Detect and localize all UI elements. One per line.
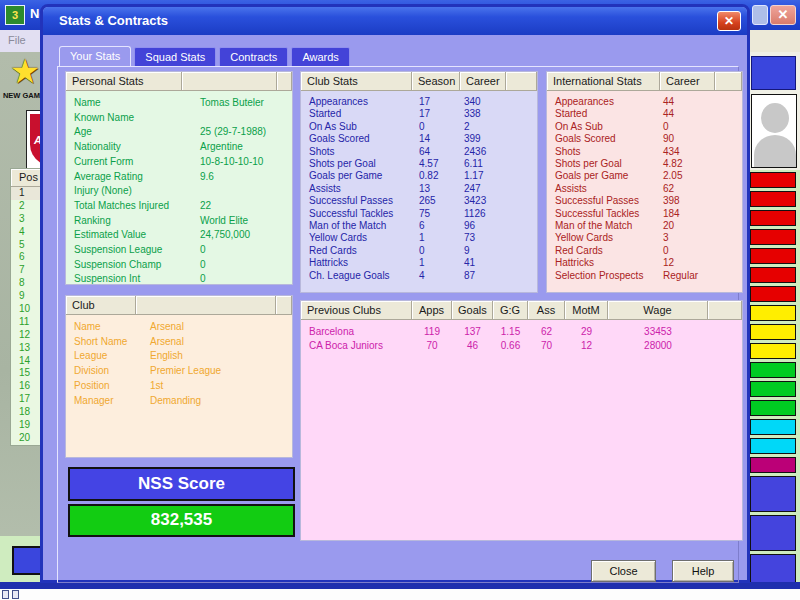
column-header[interactable]: Apps (412, 301, 452, 319)
rating-bar-green (750, 400, 796, 416)
stat-career-value: 1126 (464, 208, 537, 220)
taskbar (0, 589, 800, 600)
club-stat-row: Shots642436 (309, 146, 537, 158)
personal-stats-body: NameTomas ButelerKnown NameAge25 (29-7-1… (66, 91, 292, 284)
stat-label: Selection Prospects (555, 270, 663, 282)
tab-squad-stats[interactable]: Squad Stats (134, 47, 216, 67)
stat-label: Suspension League (74, 243, 200, 258)
stat-value: English (150, 349, 292, 364)
personal-stats-panel: Personal Stats NameTomas ButelerKnown Na… (65, 71, 293, 285)
stat-career-value: 73 (464, 232, 537, 244)
column-header[interactable]: Club Stats (301, 72, 412, 90)
stat-label: Goals Scored (309, 133, 419, 145)
club-ass: 70 (528, 339, 565, 353)
stat-label: Man of the Match (555, 220, 663, 232)
stat-season-value: 0 (419, 121, 464, 133)
help-button[interactable]: Help (672, 560, 734, 582)
stat-career-value: 2 (464, 121, 537, 133)
stat-row: Known Name (74, 111, 292, 126)
stat-season-value: 17 (419, 108, 464, 120)
stat-row: NameArsenal (74, 320, 292, 335)
stat-label: Name (74, 96, 200, 111)
stat-career-value: 3 (663, 232, 742, 244)
stat-label: Appearances (555, 96, 663, 108)
panel-header-filler (277, 72, 292, 90)
column-header[interactable]: Career (460, 72, 506, 90)
column-header[interactable]: International Stats (547, 72, 660, 90)
stat-career-value: 2436 (464, 146, 537, 158)
taskbar-icon[interactable] (12, 590, 19, 599)
stat-career-value: 9 (464, 245, 537, 257)
stat-row: NameTomas Buteler (74, 96, 292, 111)
club-motm: 29 (565, 325, 608, 339)
tab-contracts[interactable]: Contracts (219, 47, 288, 67)
column-header[interactable]: G:G (493, 301, 528, 319)
club-stat-row: Successful Tackles751126 (309, 208, 537, 220)
stat-season-value: 0.82 (419, 170, 464, 182)
stat-value (200, 111, 292, 126)
stat-season-value: 1 (419, 232, 464, 244)
stat-label: Successful Tackles (555, 208, 663, 220)
rating-bar-red (750, 191, 796, 207)
dialog-titlebar[interactable]: Stats & Contracts ✕ (43, 7, 747, 35)
column-header[interactable]: Goals (452, 301, 493, 319)
stat-career-value: 247 (464, 183, 537, 195)
close-button[interactable]: Close (591, 560, 656, 582)
column-header[interactable]: MotM (565, 301, 608, 319)
rating-bar-blue (750, 515, 796, 551)
column-header[interactable]: Previous Clubs (301, 301, 412, 319)
main-close-button[interactable]: ✕ (770, 5, 796, 25)
stat-label: Division (74, 364, 150, 379)
club-stat-row: Shots per Goal4.576.11 (309, 158, 537, 170)
stat-row: Total Matches Injured22 (74, 199, 292, 214)
stat-row: Age25 (29-7-1988) (74, 125, 292, 140)
panel-header-label: Club (66, 296, 136, 314)
stat-label: Yellow Cards (555, 232, 663, 244)
stat-label: Current Form (74, 155, 200, 170)
stat-career-value: 44 (663, 96, 742, 108)
column-header[interactable]: Wage (608, 301, 708, 319)
stat-season-value: 1 (419, 257, 464, 269)
club-stat-row: Assists13247 (309, 183, 537, 195)
panel-header-filler (182, 72, 277, 90)
new-game-star-icon[interactable]: ★ (5, 52, 45, 92)
stat-season-value: 13 (419, 183, 464, 195)
stat-row: Suspension Int0 (74, 272, 292, 284)
rating-bar-red (750, 172, 796, 188)
column-header[interactable]: Career (660, 72, 715, 90)
rating-bar-red (750, 229, 796, 245)
maximize-button[interactable] (752, 5, 768, 25)
club-motm: 12 (565, 339, 608, 353)
intl-stat-row: Successful Tackles184 (555, 208, 742, 220)
league-rating-bars (746, 170, 800, 583)
stat-season-value: 265 (419, 195, 464, 207)
stat-career-value: 96 (464, 220, 537, 232)
stat-row: Estimated Value24,750,000 (74, 228, 292, 243)
stat-label: Average Rating (74, 170, 200, 185)
menu-item-file[interactable]: File (8, 34, 26, 46)
stat-value: 0 (200, 258, 292, 273)
club-goals: 137 (452, 325, 493, 339)
stat-career-value: 3423 (464, 195, 537, 207)
dialog-close-icon[interactable]: ✕ (717, 11, 741, 31)
previous-club-row[interactable]: Barcelona1191371.15622933453 (309, 325, 742, 339)
stat-row: Injury (None) (74, 184, 292, 199)
stat-row: ManagerDemanding (74, 394, 292, 409)
column-header[interactable]: Ass (528, 301, 565, 319)
stat-career-value: 20 (663, 220, 742, 232)
previous-club-row[interactable]: CA Boca Juniors70460.66701228000 (309, 339, 742, 353)
club-stat-row: Started17338 (309, 108, 537, 120)
stat-career-value: 434 (663, 146, 742, 158)
column-header[interactable]: Season (412, 72, 460, 90)
right-blue-button[interactable] (751, 56, 796, 90)
stat-label: Goals per Game (555, 170, 663, 182)
club-stats-body: Appearances17340Started17338On As Sub02G… (301, 91, 537, 292)
stat-label: Injury (None) (74, 184, 200, 199)
personal-stats-header: Personal Stats (66, 72, 292, 91)
taskbar-icon[interactable] (2, 590, 9, 599)
tab-your-stats[interactable]: Your Stats (59, 46, 131, 67)
stat-career-value: 4.82 (663, 158, 742, 170)
rating-bar-cyan (750, 438, 796, 454)
player-avatar (751, 94, 797, 168)
tab-awards[interactable]: Awards (291, 47, 349, 67)
